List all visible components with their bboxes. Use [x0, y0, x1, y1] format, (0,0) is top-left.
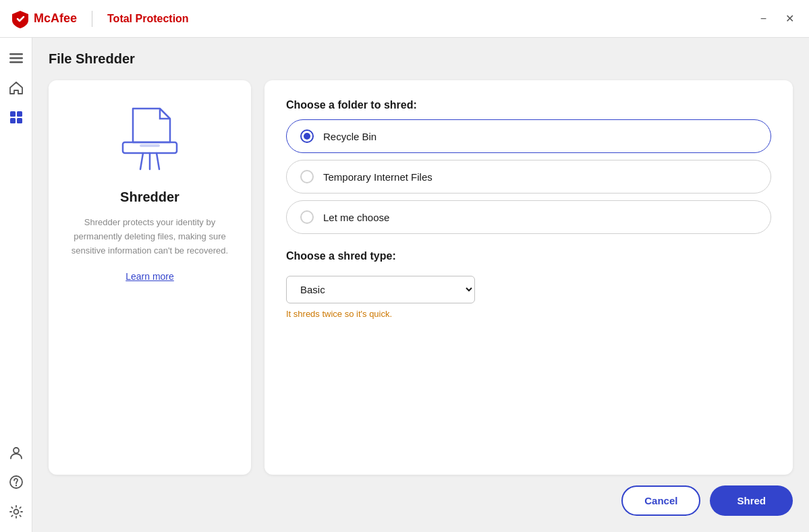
svg-rect-1: [9, 57, 23, 59]
svg-rect-0: [9, 53, 23, 55]
close-button[interactable]: ✕: [781, 11, 798, 27]
app-body: File Shredder Shredder: [0, 38, 809, 532]
bottom-actions: Cancel Shred: [49, 475, 793, 519]
svg-point-7: [13, 448, 19, 453]
shred-button[interactable]: Shred: [710, 485, 793, 516]
minimize-button[interactable]: −: [756, 11, 771, 27]
help-icon: [9, 475, 24, 490]
svg-line-15: [157, 153, 159, 169]
left-info-card: Shredder Shredder protects your identity…: [49, 80, 251, 475]
shred-type-label: Choose a shred type:: [286, 250, 771, 262]
sidebar-menu-icon[interactable]: [4, 46, 28, 70]
app-logo: McAfee Total Protection: [11, 9, 189, 28]
sidebar-item-help[interactable]: [4, 470, 28, 494]
svg-point-10: [13, 510, 18, 514]
home-icon: [9, 80, 24, 95]
radio-circle-custom: [300, 210, 314, 224]
svg-point-9: [15, 485, 16, 486]
sidebar-item-apps[interactable]: [4, 105, 28, 129]
sidebar-bottom-icons: [4, 440, 28, 524]
svg-rect-2: [9, 61, 23, 63]
page-title: File Shredder: [49, 51, 793, 67]
radio-label-recycle: Recycle Bin: [323, 131, 376, 142]
user-icon: [9, 445, 24, 460]
left-card-description: Shredder protects your identity by perma…: [65, 216, 235, 258]
settings-icon: [9, 504, 24, 519]
radio-circle-recycle: [300, 129, 314, 143]
sidebar-item-settings[interactable]: [4, 500, 28, 524]
radio-recycle-bin[interactable]: Recycle Bin: [286, 119, 771, 153]
sidebar-item-home[interactable]: [4, 76, 28, 100]
sidebar-item-account[interactable]: [4, 440, 28, 465]
apps-icon: [9, 110, 24, 125]
title-bar: McAfee Total Protection − ✕: [0, 0, 809, 38]
radio-let-me-choose[interactable]: Let me choose: [286, 200, 771, 234]
svg-rect-5: [10, 118, 16, 123]
learn-more-button[interactable]: Learn more: [125, 271, 174, 282]
svg-rect-4: [17, 111, 22, 117]
cancel-button[interactable]: Cancel: [621, 485, 700, 516]
folder-section-label: Choose a folder to shred:: [286, 99, 771, 111]
shred-type-select[interactable]: Basic Complete Custom: [286, 276, 475, 303]
sidebar: [0, 38, 32, 532]
hamburger-icon: [9, 51, 23, 65]
product-name: Total Protection: [107, 13, 189, 25]
mcafee-shield-icon: [11, 9, 30, 28]
main-row: Shredder Shredder protects your identity…: [49, 80, 793, 475]
svg-rect-3: [10, 111, 16, 117]
right-options-card: Choose a folder to shred: Recycle Bin Te…: [264, 80, 793, 475]
svg-line-13: [140, 153, 143, 169]
window-controls: − ✕: [756, 11, 798, 27]
shred-type-section: Choose a shred type: Basic Complete Cust…: [286, 250, 771, 319]
shred-note: It shreds twice so it's quick.: [286, 309, 771, 319]
svg-rect-6: [17, 118, 22, 123]
radio-label-temp: Temporary Internet Files: [323, 171, 433, 183]
radio-circle-temp: [300, 170, 314, 183]
shredder-illustration: [109, 102, 190, 176]
title-divider: [92, 11, 92, 27]
radio-label-custom: Let me choose: [323, 212, 389, 223]
svg-rect-11: [123, 142, 177, 153]
svg-rect-12: [140, 144, 160, 147]
left-card-title: Shredder: [120, 189, 179, 205]
mcafee-logo-text: McAfee: [34, 11, 77, 26]
content-area: File Shredder Shredder: [32, 38, 809, 532]
radio-temp-files[interactable]: Temporary Internet Files: [286, 160, 771, 194]
folder-section: Choose a folder to shred: Recycle Bin Te…: [286, 99, 771, 234]
mcafee-brand: McAfee: [11, 9, 77, 28]
